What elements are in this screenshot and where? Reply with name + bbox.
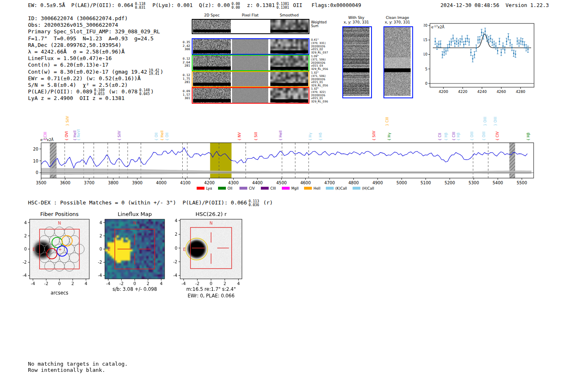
pixel-flat-image — [232, 88, 268, 103]
pixel-flat-image — [232, 72, 268, 86]
spectral-line-label: { SiIV — [372, 131, 376, 141]
axis-tick-label: 4 — [24, 220, 27, 225]
info-line: LineFlux = 1.50(±0.47)e-16 — [28, 55, 163, 62]
axis-tick-label: -2 — [44, 281, 48, 286]
col-title-2d-spec: 2D Spec — [193, 13, 231, 17]
text-segment: OII Flags:0x00000049 — [290, 2, 361, 8]
stacked-fraction: 0.1690.053 — [94, 88, 105, 95]
header-meta: 2024-12-30 08:48:56 Version 1.22.3 — [441, 2, 549, 8]
axis-tick-label: 4900 — [372, 181, 383, 185]
spectral-line-label: { CIII — [43, 132, 47, 141]
2d-spec-image — [193, 88, 231, 103]
clean-image — [383, 26, 413, 98]
fiber-panel-title: Fiber Positions — [30, 211, 89, 217]
spectral-line-label: } CIII — [385, 117, 389, 126]
axis-tick-label: 2 — [24, 234, 27, 238]
axis-tick-label: 4600 — [300, 181, 311, 185]
spectral-line-label: { Hδ — [318, 132, 323, 141]
axis-tick-label: -4 — [31, 281, 35, 286]
axis-tick-label: 2 — [175, 232, 177, 237]
lineflux-panel-title: Lineflux Map — [105, 211, 165, 217]
row-left-stats: 0.352.42300 — [182, 41, 190, 51]
smoothed-image — [270, 72, 308, 86]
axis-tick-label: 0 — [58, 281, 60, 286]
lineflux-heatmap-image — [105, 219, 165, 279]
spectral-line-label: } SiIV — [65, 116, 70, 126]
axis-tick-label: 15 — [424, 38, 427, 42]
spectral-line-label: { OII — [154, 132, 158, 141]
axis-tick-label: 3700 — [84, 181, 94, 185]
footer-no-match: No matching targets in catalog. — [28, 361, 128, 367]
info-line: RA,Dec (228.099762,50.193954) — [28, 42, 163, 49]
weighted-sum-row — [192, 19, 309, 34]
hsc-caption-2: EWr: 0, PLAE: 0.066 — [174, 293, 248, 299]
stacked-fraction: 0.1480.045 — [139, 88, 150, 95]
spectral-line-label: { SiIV — [117, 131, 121, 141]
axis-tick-label: 4200 — [439, 90, 448, 94]
spectral-line-label: { CII — [438, 133, 442, 141]
fiber-bg-image — [30, 219, 89, 279]
fiber-xlabel: arcsecs — [30, 290, 89, 296]
legend-label: CIII — [270, 186, 276, 190]
axis-tick-label: -2 — [23, 260, 27, 264]
legend-label: (H)CaII — [362, 186, 374, 190]
spectral-line-label: { HeII — [160, 130, 164, 141]
stacked-fraction: 0.13810.1381 — [276, 2, 289, 9]
axis-tick-label: 10 — [424, 52, 427, 56]
legend-label: CIV — [249, 186, 255, 190]
hsc-dex-match-line: HSC-DEX : Possible Matches = 0 (within +… — [28, 199, 273, 206]
line-fit-zoom-plot: 4200422042404260428005101520e-17x2Å — [424, 20, 547, 96]
axis-tick-label: -2 — [173, 260, 177, 264]
info-line: Primary Spec_Slot_IFU_AMP: 329_088_029_R… — [28, 28, 163, 35]
axis-tick-label: 4 — [85, 281, 87, 286]
text-segment: λ = 4242.66Å σ = 2.58(±0.96)Å — [28, 49, 125, 55]
axis-tick-label: 0 — [36, 170, 38, 175]
hsc-bg-image — [180, 219, 242, 279]
legend-label: MgII — [291, 186, 299, 190]
with-sky-noise-image — [343, 27, 369, 96]
axis-tick-label: 20 — [424, 23, 427, 28]
smoothed-image — [270, 39, 308, 54]
stacked-fraction: 19.4219.41 — [149, 69, 160, 76]
text-segment: RA,Dec (228.099762,50.193954) — [28, 42, 121, 48]
weighted-sum-label: WeightedSum — [311, 21, 327, 28]
text-segment: EWr = 0.71(±0.22) (w: 0.52(±0.16))Å — [28, 75, 141, 81]
axis-tick-label: 4300 — [228, 181, 239, 185]
axis-tick-label: 5400 — [492, 181, 503, 185]
axis-tick-label: 4000 — [156, 181, 166, 185]
spectral-line-label: { Hβ — [444, 132, 448, 141]
row-left-stats: 0.122.64281 — [182, 57, 190, 68]
axis-tick-label: 4700 — [324, 181, 334, 185]
axis-tick-label: 5500 — [517, 181, 527, 185]
legend-label: Lyα — [206, 186, 212, 190]
axis-tick-label: 0 — [425, 81, 427, 86]
fiber-cutout-row — [192, 71, 309, 87]
axis-tick-label: 4260 — [497, 90, 506, 94]
2d-spec-image — [193, 39, 231, 54]
info-line: ID: 3006622074 (3006622074.pdf) — [28, 15, 163, 22]
row-right-meta: 1.09"(371, 506)20200326v015_03329_RL_056 — [311, 55, 337, 71]
with-sky-title: With Sky x, y: 370, 331 — [338, 16, 374, 25]
axis-tick-label: 3900 — [132, 181, 142, 185]
axis-tick-label: 3500 — [36, 181, 46, 185]
header-summary-text: EW: 0.5±9.5Å P(LAE)/P(OII): 0.0640.1180.… — [28, 2, 361, 9]
info-line: F=1.7" T=0.095 N=1.23 A=0.93 g=24.5 — [28, 35, 163, 42]
text-segment: Obs: 20200326v015_3006622074 — [28, 22, 118, 28]
row-left-stats: 0.121.75281 — [182, 74, 190, 84]
text-segment: LyA z = 2.4900 OII z = 0.1381 — [28, 95, 125, 101]
text-segment: ID: 3006622074 (3006622074.pdf) — [28, 15, 128, 21]
text-segment: LineFlux = 1.50(±0.47)e-16 — [28, 55, 112, 61]
axis-tick-label: 5200 — [444, 181, 455, 185]
axis-tick-label: 5300 — [469, 181, 479, 185]
axis-tick-label: 4800 — [348, 181, 359, 185]
axis-tick-label: 2 — [100, 234, 102, 238]
spectrum-legend: LyαOIICIVCIIIMgIIHeII(K)CaII(H)CaII — [197, 186, 374, 190]
axis-tick-label: 5000 — [397, 181, 407, 185]
fiber-cutout-row — [192, 87, 309, 104]
detection-info-block: ID: 3006622074 (3006622074.pdf)Obs: 2020… — [28, 15, 163, 102]
axis-tick-label: -4 — [23, 273, 27, 278]
stacked-fraction: 0.000.00 — [232, 2, 240, 9]
axis-tick-label: 0 — [100, 247, 102, 251]
info-line: LyA z = 2.4900 OII z = 0.1381 — [28, 95, 163, 102]
info-line: S/N = 5.8(±0.4) χ² = 2.5(±0.2) — [28, 82, 163, 88]
